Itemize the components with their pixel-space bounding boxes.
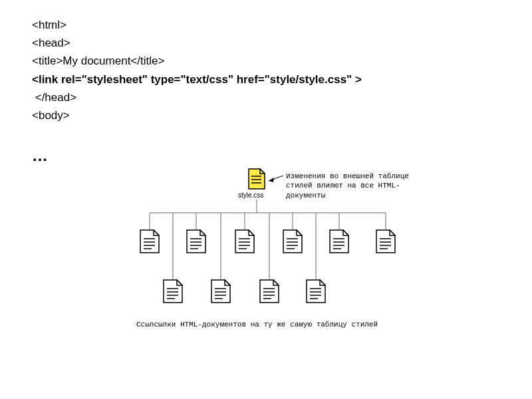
- html-document-icon: [186, 229, 206, 253]
- svg-marker-1: [269, 178, 274, 182]
- svg-marker-32: [249, 230, 254, 235]
- css-file-label: style.css: [238, 192, 263, 199]
- svg-marker-56: [177, 280, 182, 285]
- annotation-text: Изменения во внешней таблице стилей влия…: [286, 172, 472, 200]
- code-line-head-open: <head>: [32, 34, 362, 52]
- html-document-icon: [329, 229, 349, 253]
- svg-marker-15: [260, 169, 265, 174]
- html-document-icon: [283, 229, 303, 253]
- html-document-icon: [140, 229, 160, 253]
- code-line-html-open: <html>: [32, 16, 362, 34]
- svg-marker-38: [297, 230, 302, 235]
- svg-marker-74: [320, 280, 325, 285]
- html-document-icon: [306, 279, 326, 303]
- svg-marker-68: [273, 280, 279, 285]
- html-document-icon: [376, 229, 396, 253]
- svg-line-0: [269, 176, 283, 181]
- code-block: <html> <head> <title>My document</title>…: [32, 16, 362, 124]
- html-document-icon: [259, 279, 279, 303]
- code-line-title: <title>My document</title>: [32, 52, 362, 70]
- ellipsis: …: [32, 146, 48, 165]
- html-document-icon: [163, 279, 183, 303]
- svg-marker-44: [343, 230, 348, 235]
- svg-marker-26: [200, 230, 205, 235]
- svg-marker-50: [390, 230, 395, 235]
- code-line-body-open: <body>: [32, 106, 362, 124]
- css-file-icon: [248, 168, 265, 190]
- html-document-icon: [235, 229, 255, 253]
- html-document-icon: [211, 279, 231, 303]
- code-line-link-stylesheet: <link rel="stylesheet" type="text/css" h…: [32, 70, 362, 88]
- diagram-caption: Ссылсылки HTML-документов на ту же самую…: [136, 321, 378, 329]
- svg-marker-62: [225, 280, 230, 285]
- svg-marker-20: [154, 230, 159, 235]
- code-line-head-close: </head>: [32, 88, 362, 106]
